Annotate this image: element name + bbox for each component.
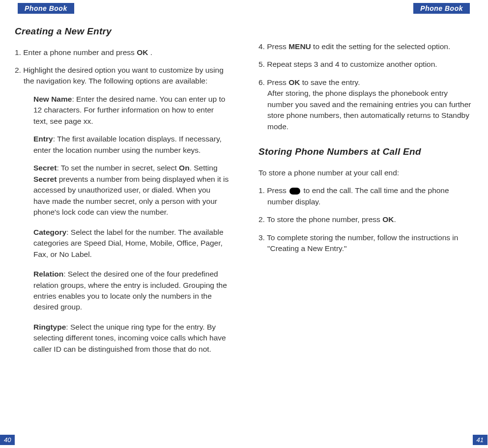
page-left: Phone Book Creating a New Entry 1. Enter… (0, 0, 244, 448)
header-label-right: Phone Book (420, 4, 463, 12)
step-4: 4. Press MENU to edit the setting for th… (258, 41, 473, 52)
option-category: Category: Select the label for the numbe… (15, 227, 229, 260)
intro-text: To store a phone number at your call end… (258, 168, 473, 178)
content-right: 4. Press MENU to edit the setting for th… (244, 0, 488, 271)
step-6: 6. Press OK to save the entry. After sto… (258, 77, 473, 132)
page-number-right: 41 (473, 435, 488, 445)
header-tab-right: Phone Book (413, 3, 470, 14)
content-left: Creating a New Entry 1. Enter a phone nu… (0, 0, 244, 371)
step-2: 2. Highlight the desired option you want… (15, 65, 229, 87)
r-step-2: 2. To store the phone number, press OK. (258, 214, 473, 225)
r-step-3: 3. To complete storing the number, follo… (258, 232, 473, 254)
page-right: Phone Book 4. Press MENU to edit the set… (244, 0, 488, 448)
r-step-1: 1. Press to end the call. The call time … (258, 185, 473, 207)
option-relation: Relation: Select the desired one of the … (15, 269, 229, 313)
option-new-name: New Name: Enter the desired name. You ca… (15, 94, 229, 127)
header-label-left: Phone Book (25, 4, 67, 12)
header-tab-left: Phone Book (18, 3, 74, 14)
page-number-left: 40 (0, 435, 15, 445)
heading-storing-numbers: Storing Phone Numbers at Call End (258, 145, 473, 159)
step-5: 5. Repeat steps 3 and 4 to customize ano… (258, 59, 473, 70)
heading-creating-entry: Creating a New Entry (15, 25, 229, 38)
option-secret: Secret: To set the number in secret, sel… (15, 163, 229, 218)
option-ringtype: Ringtype: Select the unique ring type fo… (15, 322, 229, 355)
step-1: 1. Enter a phone number and press OK . (15, 47, 229, 58)
option-entry: Entry: The first available location disp… (15, 134, 229, 156)
end-call-icon (289, 188, 300, 195)
